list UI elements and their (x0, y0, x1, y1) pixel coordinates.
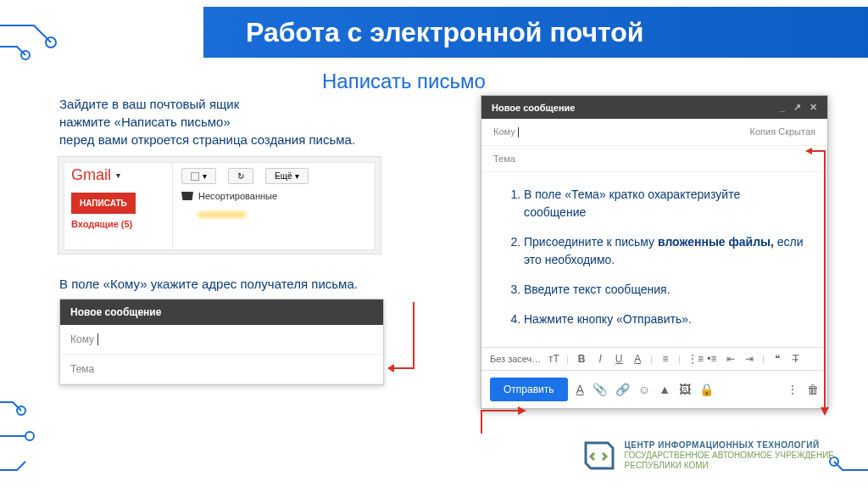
quote-icon[interactable]: ❝ (771, 353, 783, 365)
to-field-2[interactable]: Кому Копия Скрытая (481, 119, 827, 146)
svg-point-2 (17, 406, 25, 415)
compose-button[interactable]: НАПИСАТЬ (71, 193, 136, 214)
image-icon[interactable]: 🖼 (679, 383, 691, 396)
more-button[interactable]: Ещё ▾ (265, 168, 309, 184)
page-title: Работа с электронной почтой (246, 17, 644, 48)
indent-right-icon[interactable]: ⇥ (743, 353, 755, 365)
compose-footer: Отправить A 📎 🔗 ☺ ▲ 🖼 🔒 ⋮ 🗑 (481, 370, 827, 408)
compose-body[interactable]: В поле «Тема» кратко охарактеризуйте соо… (481, 172, 827, 347)
text-color-icon[interactable]: A (632, 353, 643, 365)
refresh-button[interactable]: ↻ (228, 168, 253, 184)
clear-format-icon[interactable]: T̶ (790, 353, 802, 365)
refresh-icon: ↻ (237, 171, 244, 181)
caret-down-icon: ▾ (116, 171, 120, 180)
numbered-list-icon[interactable]: ⋮≡ (687, 353, 699, 365)
footer-logo: ЦЕНТР ИНФОРМАЦИОННЫХ ТЕХНОЛОГИЙ ГОСУДАРС… (581, 438, 834, 473)
svg-point-3 (25, 432, 34, 440)
decoration-circuit-bl (0, 385, 51, 487)
format-icon[interactable]: A (576, 383, 584, 396)
more-options-icon[interactable]: ⋮ (787, 383, 798, 396)
step-1: В поле «Тема» кратко охарактеризуйте соо… (524, 186, 804, 221)
intro-text: Зайдите в ваш почтовый ящик нажмите «Нап… (59, 95, 398, 148)
lock-icon[interactable]: 🔒 (699, 383, 714, 396)
svg-point-1 (21, 51, 30, 59)
step-3: Введите текст сообщения. (524, 281, 804, 299)
cc-bcc-link[interactable]: Копия Скрытая (750, 126, 815, 137)
subject-field[interactable]: Тема (60, 355, 383, 384)
steps-list: В поле «Тема» кратко охарактеризуйте соо… (505, 186, 804, 328)
indent-left-icon[interactable]: ⇤ (725, 353, 737, 365)
footer-line1: ЦЕНТР ИНФОРМАЦИОННЫХ ТЕХНОЛОГИЙ (625, 440, 834, 451)
drive-icon[interactable]: ▲ (659, 383, 670, 396)
intro-line1: Зайдите в ваш почтовый ящик (59, 95, 398, 113)
select-checkbox[interactable]: ▾ (181, 168, 216, 184)
arrow-annotation-1 (384, 302, 418, 378)
footer-line2: ГОСУДАРСТВЕННОЕ АВТОНОМНОЕ УЧРЕЖДЕНИЕ (625, 451, 834, 461)
subject-field-2[interactable]: Тема (481, 146, 827, 172)
intro-line3: перед вами откроется страница создания п… (59, 131, 398, 148)
underline-icon[interactable]: U (613, 353, 625, 365)
expand-icon[interactable]: ↗ (793, 102, 801, 113)
gmail-screenshot: Gmail ▾ НАПИСАТЬ Входящие (5) ▾ ↻ Ещё ▾ … (58, 156, 381, 255)
subtitle: Написать письмо (322, 70, 486, 93)
compose2-header: Новое сообщение _ ↗ ✕ (481, 96, 827, 119)
format-toolbar: Без засеч… тT | B I U A | ≡ | ⋮≡ •≡ ⇤ ⇥ … (481, 347, 827, 370)
emoji-icon[interactable]: ☺ (638, 383, 650, 396)
attach-icon[interactable]: 📎 (593, 383, 607, 396)
instruction-to-field: В поле «Кому» укажите адрес получателя п… (59, 277, 358, 291)
decoration-circuit-tl (0, 0, 85, 85)
step-4: Нажмите кнопку «Отправить». (524, 311, 804, 328)
to-field[interactable]: Кому (60, 325, 383, 355)
font-size-icon[interactable]: тT (548, 353, 559, 365)
compose-window-small: Новое сообщение Кому Тема (59, 299, 384, 385)
compose-window-large: Новое сообщение _ ↗ ✕ Кому Копия Скрытая… (481, 95, 828, 409)
align-icon[interactable]: ≡ (659, 353, 671, 365)
logo-icon (581, 438, 616, 473)
bold-icon[interactable]: B (576, 353, 587, 365)
font-select[interactable]: Без засеч… (490, 354, 541, 364)
link-icon[interactable]: 🔗 (615, 383, 630, 396)
bullet-list-icon[interactable]: •≡ (706, 353, 718, 365)
compose-header: Новое сообщение (60, 299, 383, 325)
svg-point-0 (46, 37, 56, 48)
trash-icon[interactable]: 🗑 (807, 383, 819, 396)
gmail-logo: Gmail ▾ (71, 166, 165, 184)
intro-line2: нажмите «Написать письмо» (59, 113, 398, 131)
footer-line3: РЕСПУБЛИКИ КОМИ (625, 461, 834, 471)
step-2: Присоедините к письму вложенные файлы, е… (524, 233, 804, 269)
italic-icon[interactable]: I (594, 353, 606, 365)
title-bar: Работа с электронной почтой (203, 7, 868, 58)
blurred-content (198, 211, 317, 218)
inbox-icon (181, 192, 193, 200)
minimize-icon[interactable]: _ (780, 102, 785, 113)
close-icon[interactable]: ✕ (810, 102, 817, 113)
inbox-link[interactable]: Входящие (5) (71, 219, 165, 229)
unsorted-tab[interactable]: Несортированные (181, 191, 366, 201)
send-button[interactable]: Отправить (490, 378, 568, 401)
